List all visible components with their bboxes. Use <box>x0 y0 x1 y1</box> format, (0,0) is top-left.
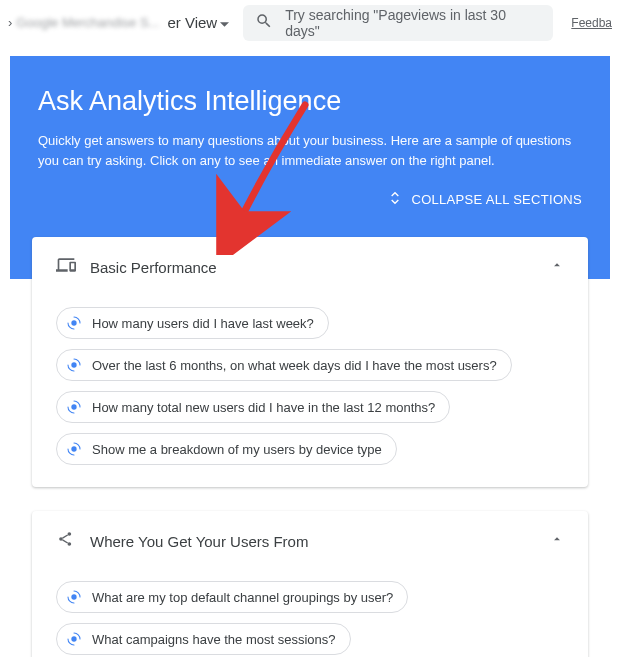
svg-point-7 <box>71 594 76 599</box>
section-cards: Basic Performance How many users did I h… <box>0 237 620 657</box>
question-chip-label: Over the last 6 months, on what week day… <box>92 358 497 373</box>
question-chip-label: How many total new users did I have in t… <box>92 400 435 415</box>
intelligence-icon <box>65 356 83 374</box>
chevron-up-icon <box>550 258 564 276</box>
section-title: Where You Get Your Users From <box>90 533 308 550</box>
question-chip[interactable]: How many users did I have last week? <box>56 307 329 339</box>
svg-point-3 <box>71 446 76 451</box>
intelligence-icon <box>65 440 83 458</box>
page-title: Ask Analytics Intelligence <box>38 86 582 117</box>
caret-down-icon <box>220 14 229 31</box>
feedback-link[interactable]: Feedba <box>571 16 612 30</box>
question-chips: How many users did I have last week? Ove… <box>56 307 564 465</box>
question-chip[interactable]: Over the last 6 months, on what week day… <box>56 349 512 381</box>
question-chip[interactable]: What are my top default channel grouping… <box>56 581 408 613</box>
svg-point-0 <box>71 320 76 325</box>
question-chip[interactable]: What campaigns have the most sessions? <box>56 623 351 655</box>
breadcrumb-property[interactable]: Google Merchandise S... <box>16 15 159 30</box>
section-header[interactable]: Where You Get Your Users From <box>56 529 564 553</box>
section-header[interactable]: Basic Performance <box>56 255 564 279</box>
share-icon <box>56 529 76 553</box>
collapse-all-button[interactable]: COLLAPSE ALL SECTIONS <box>387 190 582 209</box>
intelligence-icon <box>65 398 83 416</box>
breadcrumb: › Google Merchandise S... <box>8 15 159 30</box>
section-title: Basic Performance <box>90 259 217 276</box>
collapse-all-label: COLLAPSE ALL SECTIONS <box>411 192 582 207</box>
view-dropdown[interactable]: er View <box>167 14 229 31</box>
view-dropdown-label: er View <box>167 14 217 31</box>
svg-point-5 <box>68 532 72 536</box>
intelligence-icon <box>65 630 83 648</box>
svg-point-1 <box>71 362 76 367</box>
question-chip[interactable]: How many total new users did I have in t… <box>56 391 450 423</box>
search-placeholder-text: Try searching "Pageviews in last 30 days… <box>285 7 541 39</box>
svg-point-2 <box>71 404 76 409</box>
chevron-up-icon <box>550 532 564 550</box>
svg-point-8 <box>71 636 76 641</box>
section-card-users-from: Where You Get Your Users From What are m… <box>32 511 588 657</box>
collapse-icon <box>387 190 403 209</box>
page-subtitle: Quickly get answers to many questions ab… <box>38 131 582 170</box>
intelligence-icon <box>65 588 83 606</box>
top-bar: › Google Merchandise S... er View Try se… <box>0 0 620 46</box>
search-icon <box>255 12 273 34</box>
breadcrumb-separator: › <box>8 15 12 30</box>
intelligence-icon <box>65 314 83 332</box>
question-chip[interactable]: Show me a breakdown of my users by devic… <box>56 433 397 465</box>
question-chips: What are my top default channel grouping… <box>56 581 564 657</box>
search-bar[interactable]: Try searching "Pageviews in last 30 days… <box>243 5 553 41</box>
svg-point-6 <box>68 542 72 546</box>
question-chip-label: Show me a breakdown of my users by devic… <box>92 442 382 457</box>
question-chip-label: What are my top default channel grouping… <box>92 590 393 605</box>
question-chip-label: How many users did I have last week? <box>92 316 314 331</box>
section-card-basic-performance: Basic Performance How many users did I h… <box>32 237 588 487</box>
question-chip-label: What campaigns have the most sessions? <box>92 632 336 647</box>
devices-icon <box>56 255 76 279</box>
